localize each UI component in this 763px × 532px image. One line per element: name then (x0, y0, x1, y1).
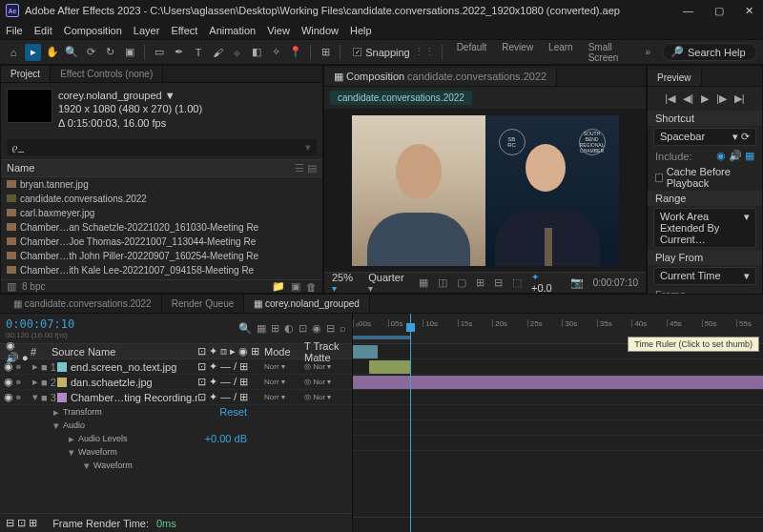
home-icon[interactable]: ⌂ (6, 44, 21, 61)
snapping-toggle[interactable]: Snapping ⋮⋮ (353, 46, 435, 58)
shape-tool-icon[interactable]: ▭ (152, 44, 167, 61)
twirl-icon[interactable]: ▾ (84, 460, 90, 472)
comp-mini-flowchart-icon[interactable]: ▦ (257, 322, 266, 335)
clone-tool-icon[interactable]: ⟐ (230, 44, 245, 61)
shy-icon[interactable]: ◐ (284, 322, 294, 335)
hand-tool-icon[interactable]: ✋ (45, 44, 60, 61)
layer-property[interactable]: ▾Waveform (0, 459, 352, 472)
layer-property[interactable]: ▸TransformReset (0, 405, 352, 419)
new-comp-icon[interactable]: ▣ (291, 280, 300, 293)
layer-property[interactable]: ▾Waveform (0, 445, 352, 459)
channel-icon[interactable]: ⬚ (512, 276, 522, 289)
draft3d-icon[interactable]: ⊞ (271, 322, 279, 335)
column-menu-icon[interactable]: ☰ ▤ (295, 162, 317, 174)
tab-effect-controls[interactable]: Effect Controls (none) (51, 66, 163, 82)
eye-icon[interactable]: ◉ (4, 376, 13, 388)
region-icon[interactable]: ▢ (457, 276, 466, 289)
workspace-small-screen[interactable]: Small Screen (581, 40, 634, 65)
project-selected-name[interactable]: corey.noland_grouped ▼ (58, 89, 202, 102)
brainstorm-icon[interactable]: ⌕ (340, 322, 346, 335)
twirl-icon[interactable]: ▾ (31, 391, 40, 403)
project-list[interactable]: bryan.tanner.jpgcandidate.conversations.… (1, 177, 322, 279)
pen-tool-icon[interactable]: ✒ (172, 44, 187, 61)
trkmat-dropdown[interactable]: ◎ Nor ▾ (304, 378, 352, 386)
maximize-button[interactable]: ▢ (711, 5, 728, 17)
search-help-input[interactable]: 🔎 Search Help (662, 43, 757, 61)
play-icon[interactable]: ▶ (701, 92, 709, 105)
timeline-timecode[interactable]: 0:00:07:10 (6, 317, 74, 331)
search-layers-icon[interactable]: 🔍 (238, 322, 252, 335)
shortcut-dropdown[interactable]: Spacebar▾ ⟳ (653, 128, 756, 146)
project-search-input[interactable]: 𝜌_ ▾ (7, 139, 317, 155)
roto-tool-icon[interactable]: ✧ (268, 44, 283, 61)
menu-window[interactable]: Window (301, 25, 339, 36)
layer-property[interactable]: ▾Audio (0, 419, 352, 432)
track-row[interactable] (353, 359, 763, 375)
project-item[interactable]: Chamber…an Schaetzle-20221020_161030-Mee… (1, 220, 322, 235)
close-button[interactable]: ✕ (741, 5, 757, 17)
twirl-icon[interactable]: ▸ (53, 406, 59, 419)
clip[interactable] (353, 345, 378, 358)
project-item[interactable]: candidate.conversations.2022 (1, 192, 322, 206)
composition-viewer[interactable]: SBRC SOUTH BENDREGIONALCHAMBER (324, 109, 646, 272)
clip[interactable] (353, 376, 763, 389)
solo-icon[interactable]: ● (15, 360, 22, 373)
bpc-toggle[interactable]: 8 bpc (22, 281, 45, 292)
text-tool-icon[interactable]: T (191, 44, 206, 61)
trkmat-dropdown[interactable]: ◎ Nor ▾ (304, 362, 352, 371)
timeline-layer[interactable]: ◉●▸■ 2dan.schaetzle.jpg⊡✦—/⊞Norr ▾◎ Nor … (0, 375, 352, 390)
twirl-icon[interactable]: ▸ (31, 360, 40, 373)
menu-effect[interactable]: Effect (171, 25, 197, 36)
next-frame-icon[interactable]: |▶ (716, 92, 727, 105)
timeline-tab[interactable]: ▦ candidate.conversations.2022 (4, 295, 162, 313)
project-item[interactable]: carl.baxmeyer.jpg (1, 206, 322, 220)
clip[interactable] (369, 360, 410, 374)
eye-icon[interactable]: ◉ (4, 391, 13, 403)
timeline-tab[interactable]: Render Queue (162, 295, 245, 313)
timeline-tab[interactable]: ▦ corey.noland_grouped (244, 295, 370, 313)
zoom-tool-icon[interactable]: 🔍 (64, 44, 79, 61)
delete-icon[interactable]: 🗑 (306, 281, 317, 293)
toggle-mask-icon[interactable]: ◫ (438, 276, 447, 289)
minimize-button[interactable]: — (679, 5, 697, 17)
first-frame-icon[interactable]: |◀ (665, 92, 675, 105)
workspace-review[interactable]: Review (494, 40, 541, 65)
brush-tool-icon[interactable]: 🖌 (210, 44, 225, 61)
workspace-more-icon[interactable]: » (637, 45, 658, 59)
layer-property[interactable]: ▸Audio Levels+0.00 dB (0, 432, 352, 445)
mode-dropdown[interactable]: Norr ▾ (264, 378, 304, 386)
last-frame-icon[interactable]: ▶| (734, 92, 745, 105)
property-value[interactable]: +0.00 dB (205, 433, 247, 444)
twirl-icon[interactable]: ▾ (69, 446, 74, 459)
puppet-tool-icon[interactable]: 📍 (288, 44, 303, 61)
graph-editor-icon[interactable]: ⊟ (326, 322, 335, 335)
orbit-tool-icon[interactable]: ⟳ (83, 44, 98, 61)
timeline-track-area[interactable]: ₀00s05s10s15s20s25s30s35s40s45s50s55s Ti… (353, 314, 763, 532)
motion-blur-icon[interactable]: ◉ (312, 322, 321, 335)
property-value[interactable]: Reset (219, 406, 247, 418)
solo-icon[interactable]: ● (15, 391, 22, 403)
timeline-layer[interactable]: ◉●▸■ 1end.screen_no.text.jpg⊡✦—/⊞Norr ▾◎… (0, 359, 352, 375)
project-column-header[interactable]: Name ☰ ▤ (1, 159, 322, 177)
twirl-icon[interactable]: ▸ (69, 433, 74, 445)
include-icons[interactable]: ◉ 🔊 ▦ (716, 150, 754, 162)
project-item[interactable]: bryan.tanner.jpg (1, 177, 322, 192)
menu-edit[interactable]: Edit (34, 25, 52, 36)
grid-icon[interactable]: ⊞ (476, 276, 485, 289)
comp-flowchart-tab[interactable]: candidate.conversations.2022 (330, 91, 472, 105)
guides-icon[interactable]: ⊟ (494, 276, 503, 289)
workspace-learn[interactable]: Learn (541, 40, 581, 65)
tab-composition[interactable]: ▦ Composition candidate.conversations.20… (324, 68, 557, 86)
toggle-alpha-icon[interactable]: ▦ (419, 276, 428, 289)
range-dropdown[interactable]: Work Area Extended By Current…▾ (653, 208, 756, 248)
timeline-layer[interactable]: ◉●▾■ 3Chamber…ting Recording.mp4⊡✦—/⊞Nor… (0, 390, 352, 405)
exposure-control[interactable]: ✦ +0.0 (531, 272, 561, 294)
menu-animation[interactable]: Animation (209, 25, 256, 36)
interpret-icon[interactable]: ▥ (7, 280, 16, 293)
playfrom-dropdown[interactable]: Current Time▾ (653, 267, 756, 285)
menu-layer[interactable]: Layer (134, 25, 160, 36)
menu-help[interactable]: Help (350, 25, 372, 36)
twirl-icon[interactable]: ▸ (31, 376, 40, 388)
rotate-tool-icon[interactable]: ↻ (103, 44, 118, 61)
cache-toggle[interactable]: Cache Before Playback (648, 164, 762, 191)
